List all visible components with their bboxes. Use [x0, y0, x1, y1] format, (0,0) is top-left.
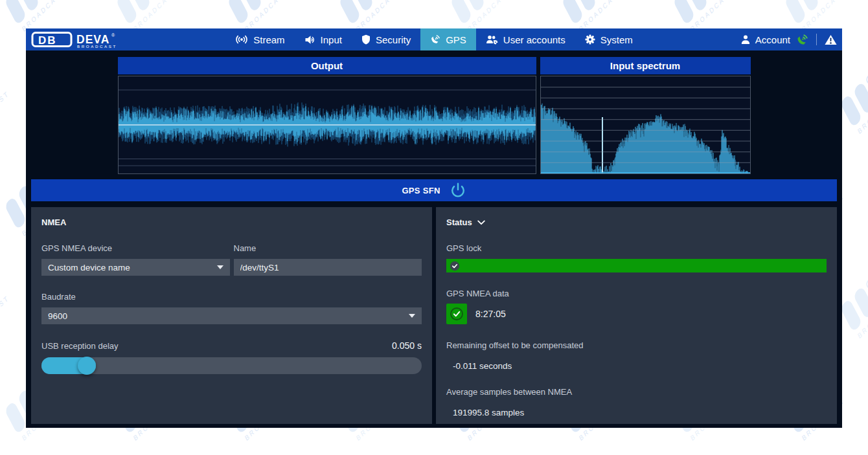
nmea-ok-badge — [446, 304, 467, 324]
nav-tab-label: System — [600, 34, 633, 45]
baudrate-label: Baudrate — [41, 292, 422, 302]
gps-nmea-data-row: 8:27:05 — [446, 304, 827, 324]
gps-sfn-section-bar: GPS SFN — [31, 179, 837, 201]
user-accounts-icon — [486, 34, 498, 45]
input-spectrum-chart — [540, 76, 751, 174]
output-chart-panel: Output — [118, 57, 536, 174]
spectrum-chart-title: Input spectrum — [540, 57, 751, 74]
device-name-label: Name — [234, 243, 422, 253]
gps-nmea-device-value: Custom device name — [48, 263, 130, 272]
device-web-ui: DB DEVA ® BROADCAST Stream Input — [26, 28, 842, 428]
power-icon[interactable] — [450, 182, 466, 199]
remaining-offset-value: -0.011 seconds — [446, 361, 827, 371]
gps-icon — [430, 34, 440, 45]
nav-tab-stream[interactable]: Stream — [225, 28, 294, 50]
account-menu[interactable]: Account — [740, 34, 790, 45]
status-panel: Status GPS lock GPS NMEA data 8:27:05 — [436, 207, 837, 424]
charts-row: Output Input spectrum — [26, 57, 842, 174]
status-panel-header[interactable]: Status — [446, 217, 827, 227]
usb-reception-delay-slider[interactable] — [41, 357, 422, 374]
settings-panels: NMEA GPS NMEA device Custom device name … — [31, 207, 837, 424]
nmea-last-time: 8:27:05 — [475, 309, 506, 319]
svg-text:®: ® — [111, 33, 115, 38]
nav-tab-user-accounts[interactable]: User accounts — [476, 28, 575, 50]
deva-logo-icon: DB DEVA ® BROADCAST — [31, 31, 143, 48]
alert-warning-icon[interactable] — [825, 34, 837, 45]
gps-nmea-device-label: GPS NMEA device — [41, 243, 230, 253]
gps-nmea-data-label: GPS NMEA data — [446, 289, 827, 298]
gps-lock-status-bar — [446, 259, 827, 272]
baudrate-select[interactable]: 9600 — [41, 307, 422, 324]
nav-tab-label: Security — [376, 34, 411, 45]
nav-tab-gps[interactable]: GPS — [420, 28, 476, 50]
nav-tab-system[interactable]: System — [575, 28, 643, 50]
account-icon — [740, 34, 751, 45]
svg-text:BROADCAST: BROADCAST — [77, 44, 117, 49]
nmea-panel: NMEA GPS NMEA device Custom device name … — [31, 207, 432, 424]
security-icon — [361, 34, 371, 45]
status-title: Status — [446, 217, 472, 227]
usb-reception-delay-value: 0.050 s — [392, 340, 422, 351]
gps-nmea-device-select[interactable]: Custom device name — [41, 259, 230, 276]
nmea-panel-title: NMEA — [41, 217, 422, 227]
nav-tab-input[interactable]: Input — [295, 28, 352, 50]
account-label: Account — [755, 34, 790, 45]
nav-tab-label: User accounts — [503, 34, 565, 45]
check-circle-icon — [450, 307, 464, 321]
check-circle-icon — [450, 261, 460, 271]
gps-connection-status-icon[interactable] — [796, 34, 808, 46]
baudrate-value: 9600 — [48, 311, 67, 321]
nav-divider — [816, 34, 817, 45]
gps-lock-label: GPS lock — [446, 243, 827, 253]
chevron-down-icon — [409, 314, 415, 318]
nav-tab-label: GPS — [446, 34, 466, 45]
usb-reception-delay-label: USB reception delay — [41, 341, 119, 351]
nav-tab-label: Stream — [253, 34, 284, 45]
gps-sfn-label: GPS SFN — [402, 186, 440, 195]
chevron-down-icon — [477, 220, 485, 225]
average-samples-value: 191995.8 samples — [446, 408, 827, 417]
slider-track[interactable] — [41, 357, 422, 374]
average-samples-label: Average samples between NMEA — [446, 387, 827, 397]
input-icon — [304, 35, 315, 45]
slider-handle[interactable] — [78, 357, 96, 375]
svg-text:DB: DB — [38, 34, 57, 47]
remaining-offset-label: Remaining offset to be compensated — [446, 340, 827, 350]
system-icon — [585, 34, 595, 45]
deva-broadcast-logo: DB DEVA ® BROADCAST — [31, 31, 143, 48]
nav-menu: Stream Input Security GPS — [26, 28, 842, 50]
device-name-input[interactable] — [234, 259, 422, 276]
nav-right-cluster: Account — [740, 28, 837, 50]
chevron-down-icon — [217, 265, 223, 269]
nav-tab-security[interactable]: Security — [352, 28, 420, 50]
output-chart-title: Output — [118, 57, 536, 74]
output-waveform-chart — [118, 76, 536, 174]
stream-icon — [235, 35, 248, 44]
spectrum-chart-panel: Input spectrum — [540, 57, 751, 174]
nav-tab-label: Input — [321, 34, 342, 45]
top-nav-bar: DB DEVA ® BROADCAST Stream Input — [26, 28, 842, 50]
